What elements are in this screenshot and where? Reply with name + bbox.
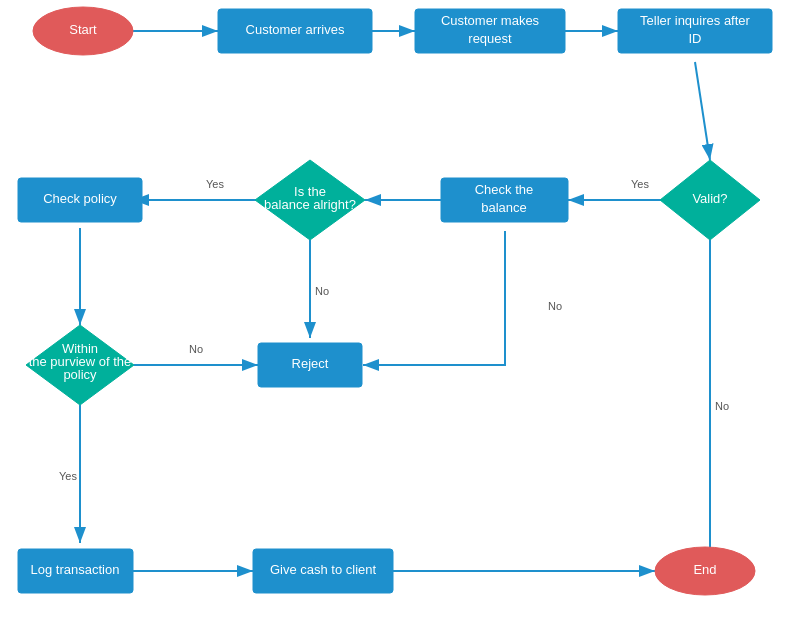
svg-text:balance: balance xyxy=(481,200,527,215)
log-transaction-label: Log transaction xyxy=(31,562,120,577)
label-purview-no: No xyxy=(189,343,203,355)
check-balance-label: Check the xyxy=(475,182,534,197)
teller-inquires-label: Teller inquires after xyxy=(640,13,750,28)
flowchart: Yes Yes No No No Yes No Start Customer a… xyxy=(0,0,792,627)
start-label: Start xyxy=(69,22,97,37)
give-cash-label: Give cash to client xyxy=(270,562,377,577)
customer-request-label: Customer makes xyxy=(441,13,540,28)
label-valid-no: No xyxy=(715,400,729,412)
svg-text:ID: ID xyxy=(689,31,702,46)
label-balance-no: No xyxy=(315,285,329,297)
end-label: End xyxy=(693,562,716,577)
svg-text:balance alright?: balance alright? xyxy=(264,197,356,212)
label-valid-yes: Yes xyxy=(631,178,649,190)
reject-label: Reject xyxy=(292,356,329,371)
valid-label: Valid? xyxy=(692,191,727,206)
svg-line-4 xyxy=(695,62,710,160)
customer-arrives-label: Customer arrives xyxy=(246,22,345,37)
label-checkbal-no: No xyxy=(548,300,562,312)
svg-text:policy: policy xyxy=(63,367,97,382)
label-purview-yes: Yes xyxy=(59,470,77,482)
check-policy-label: Check policy xyxy=(43,191,117,206)
svg-text:request: request xyxy=(468,31,512,46)
label-balance-yes: Yes xyxy=(206,178,224,190)
